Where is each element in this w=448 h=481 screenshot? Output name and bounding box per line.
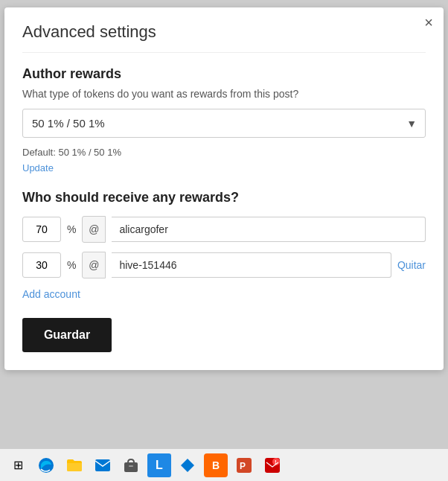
default-text: Default: 50 1% / 50 1% [22,147,426,158]
taskbar-icon-edge[interactable] [34,453,58,477]
percent-symbol-1: % [67,223,76,235]
svg-rect-1 [95,459,110,471]
username-input-1[interactable] [112,217,426,242]
svg-rect-2 [124,462,138,472]
svg-text:P: P [240,461,246,471]
dialog-title: Advanced settings [22,22,426,53]
advanced-settings-dialog: × Advanced settings Author rewards What … [4,7,444,370]
save-button-wrapper: Guardar [22,318,426,352]
taskbar-icon-bag[interactable] [119,453,143,477]
taskbar-icon-mail[interactable] [91,453,115,477]
taskbar: ⊞ L B P ! [0,448,448,481]
percent-input-2[interactable] [22,252,61,278]
at-symbol-2: @ [82,252,106,278]
add-account-link[interactable]: Add account [22,288,80,300]
taskbar-icon-diamond[interactable] [176,453,199,477]
username-input-2[interactable] [112,252,391,278]
svg-marker-4 [181,459,194,472]
beneficiary-row-2: % @ Quitar [22,252,426,278]
update-link[interactable]: Update [22,162,54,173]
rewards-section-title: Who should receive any rewards? [22,190,426,206]
at-symbol-1: @ [82,216,106,243]
taskbar-icon-grid[interactable]: ⊞ [6,453,30,477]
taskbar-icon-folder[interactable] [63,453,86,477]
remove-beneficiary-button[interactable]: Quitar [397,259,426,271]
close-button[interactable]: × [424,15,433,30]
taskbar-icon-mail2[interactable]: ! [260,453,284,477]
svg-rect-3 [129,465,133,467]
taskbar-icon-powerpoint[interactable]: P [232,453,256,477]
author-rewards-title: Author rewards [22,66,426,82]
taskbar-icon-L[interactable]: L [147,453,171,477]
percent-symbol-2: % [67,259,76,271]
taskbar-icon-burp[interactable]: B [204,453,228,477]
beneficiary-row-1: % @ [22,216,426,243]
percent-input-1[interactable] [22,217,61,242]
save-button[interactable]: Guardar [22,318,112,352]
reward-type-select[interactable]: 50 1% / 50 1% 100% Power Up Decline Payo… [22,109,426,138]
author-rewards-subtitle: What type of tokens do you want as rewar… [22,88,426,100]
reward-type-wrapper: 50 1% / 50 1% 100% Power Up Decline Payo… [22,109,426,138]
